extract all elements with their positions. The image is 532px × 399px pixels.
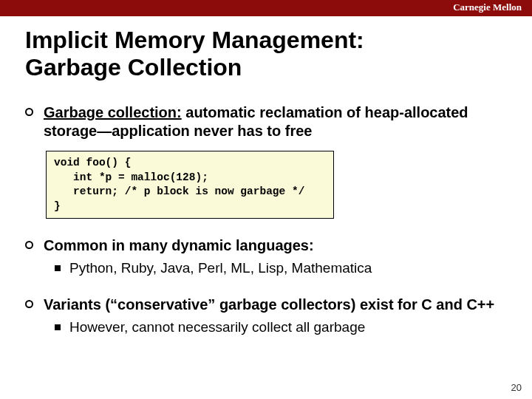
subbullet-text: However, cannot necessarily collect all …	[69, 318, 365, 337]
bullet-text: Garbage collection: automatic reclamatio…	[44, 103, 510, 140]
title-line-1: Implicit Memory Management:	[25, 27, 364, 53]
subbullet-item: However, cannot necessarily collect all …	[55, 318, 510, 337]
title-line-2: Garbage Collection	[25, 54, 242, 81]
page-number: 20	[511, 382, 522, 393]
slide-body: Garbage collection: automatic reclamatio…	[25, 103, 510, 355]
square-bullet-icon	[55, 324, 61, 330]
slide-title: Implicit Memory Management: Garbage Coll…	[25, 27, 364, 81]
subbullet-item: Python, Ruby, Java, Perl, ML, Lisp, Math…	[55, 259, 510, 278]
bullet-item: Garbage collection: automatic reclamatio…	[25, 103, 510, 219]
top-bar	[0, 0, 532, 16]
code-block: void foo() { int *p = malloc(128); retur…	[46, 151, 334, 219]
circle-bullet-icon	[25, 241, 33, 249]
brand-label: Carnegie Mellon	[453, 1, 522, 13]
circle-bullet-icon	[25, 300, 33, 308]
subbullet-text: Python, Ruby, Java, Perl, ML, Lisp, Math…	[69, 259, 372, 278]
bullet-text: Common in many dynamic languages:	[44, 236, 314, 255]
bullet-item: Common in many dynamic languages: Python…	[25, 236, 510, 278]
square-bullet-icon	[55, 265, 61, 271]
bullet-term: Garbage collection:	[44, 104, 182, 120]
bullet-item: Variants (“conservative” garbage collect…	[25, 296, 510, 337]
slide: Carnegie Mellon Implicit Memory Manageme…	[0, 0, 532, 399]
bullet-text: Variants (“conservative” garbage collect…	[44, 296, 494, 314]
circle-bullet-icon	[25, 108, 33, 116]
